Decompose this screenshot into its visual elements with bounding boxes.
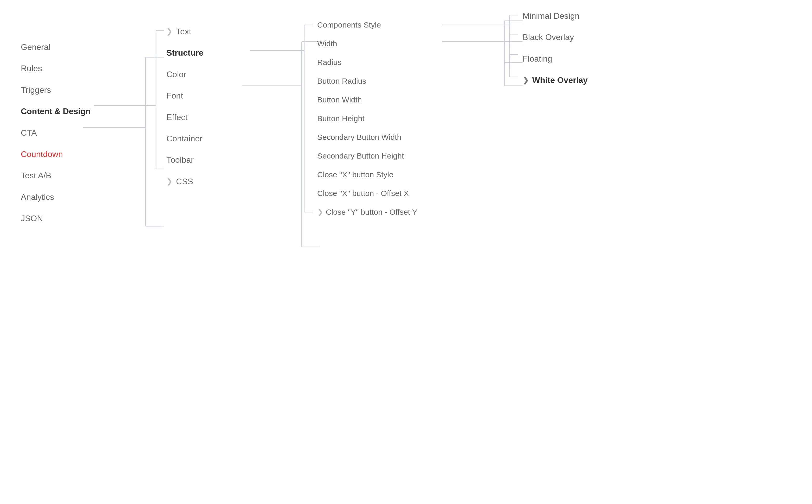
nav-item-black-overlay[interactable]: Black Overlay — [523, 27, 588, 48]
arrow-icon-text: ❯ — [166, 27, 172, 36]
nav-item-button-height[interactable]: Button Height — [317, 109, 417, 128]
nav-item-toolbar[interactable]: Toolbar — [166, 149, 203, 171]
nav-item-countdown[interactable]: Countdown — [21, 143, 90, 165]
nav-item-secondary-button-width[interactable]: Secondary Button Width — [317, 128, 417, 147]
nav-item-close-x-offset[interactable]: Close "X" button - Offset X — [317, 184, 417, 203]
nav-item-width[interactable]: Width — [317, 34, 417, 53]
nav-item-minimal-design[interactable]: Minimal Design — [523, 5, 588, 27]
nav-item-color[interactable]: Color — [166, 64, 203, 85]
nav-item-text[interactable]: ❯ Text — [166, 21, 203, 42]
nav-item-container[interactable]: Container — [166, 128, 203, 149]
nav-item-testab[interactable]: Test A/B — [21, 165, 90, 186]
nav-item-close-y-offset[interactable]: ❯ Close "Y" button - Offset Y — [317, 203, 417, 221]
nav-item-radius[interactable]: Radius — [317, 53, 417, 72]
nav-item-triggers[interactable]: Triggers — [21, 79, 90, 101]
nav-item-css[interactable]: ❯ CSS — [166, 171, 203, 192]
arrow-icon-white-overlay: ❯ — [523, 76, 529, 85]
nav-item-button-width[interactable]: Button Width — [317, 90, 417, 109]
nav-item-font[interactable]: Font — [166, 85, 203, 106]
nav-item-general[interactable]: General — [21, 36, 90, 58]
nav-item-rules[interactable]: Rules — [21, 58, 90, 79]
arrow-icon-css: ❯ — [166, 177, 172, 186]
nav-item-floating[interactable]: Floating — [523, 48, 588, 69]
nav-item-content-design[interactable]: Content & Design — [21, 101, 90, 122]
nav-item-effect[interactable]: Effect — [166, 107, 203, 128]
arrow-icon-close-y: ❯ — [317, 208, 323, 217]
nav-item-secondary-button-height[interactable]: Secondary Button Height — [317, 147, 417, 165]
nav-item-button-radius[interactable]: Button Radius — [317, 72, 417, 90]
nav-item-json[interactable]: JSON — [21, 208, 90, 229]
nav-item-cta[interactable]: CTA — [21, 122, 90, 143]
nav-item-white-overlay[interactable]: ❯ White Overlay — [523, 69, 588, 91]
nav-item-analytics[interactable]: Analytics — [21, 186, 90, 208]
nav-item-components-style[interactable]: Components Style — [317, 16, 417, 34]
nav-item-structure[interactable]: Structure — [166, 42, 203, 63]
nav-item-close-x-style[interactable]: Close "X" button Style — [317, 165, 417, 184]
